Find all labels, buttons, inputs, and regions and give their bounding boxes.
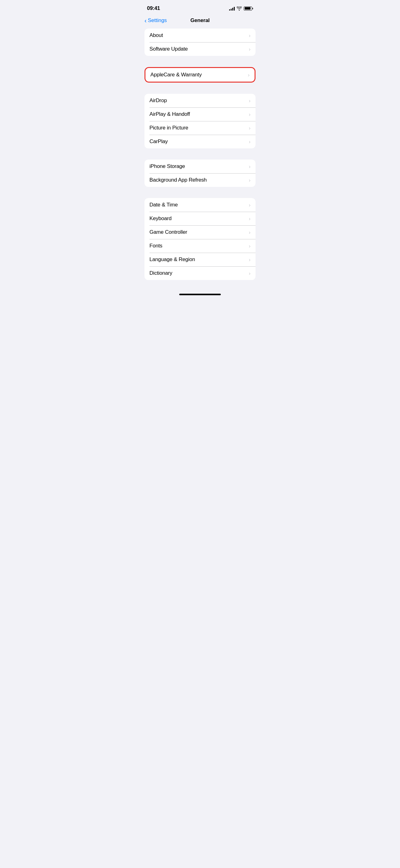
- keyboard-item[interactable]: Keyboard ›: [144, 212, 256, 225]
- home-indicator: [139, 291, 261, 298]
- battery-icon: [244, 6, 253, 10]
- pip-chevron-icon: ›: [249, 125, 251, 131]
- software-update-item[interactable]: Software Update ›: [144, 42, 256, 56]
- keyboard-label: Keyboard: [149, 215, 171, 222]
- game-controller-chevron-icon: ›: [249, 230, 251, 235]
- airplay-chevron-icon: ›: [249, 112, 251, 117]
- wifi-icon: [237, 6, 242, 10]
- background-app-refresh-item[interactable]: Background App Refresh ›: [144, 173, 256, 187]
- language-region-item[interactable]: Language & Region ›: [144, 253, 256, 266]
- keyboard-chevron-icon: ›: [249, 216, 251, 221]
- background-app-refresh-label: Background App Refresh: [149, 177, 207, 183]
- back-button[interactable]: ‹ Settings: [144, 18, 167, 24]
- signal-bar-2: [231, 9, 232, 10]
- about-label: About: [149, 32, 163, 38]
- home-bar: [179, 294, 221, 295]
- iphone-storage-label: iPhone Storage: [149, 163, 185, 169]
- fonts-item[interactable]: Fonts ›: [144, 239, 256, 253]
- carplay-label: CarPlay: [149, 138, 168, 145]
- status-icons: [229, 6, 253, 10]
- back-label: Settings: [148, 18, 167, 24]
- fonts-label: Fonts: [149, 243, 163, 249]
- signal-bars-icon: [229, 6, 235, 10]
- section-3: iPhone Storage › Background App Refresh …: [144, 160, 256, 187]
- carplay-item[interactable]: CarPlay ›: [144, 135, 256, 148]
- language-chevron-icon: ›: [249, 257, 251, 262]
- carplay-chevron-icon: ›: [249, 139, 251, 144]
- about-item[interactable]: About ›: [144, 29, 256, 42]
- section-2: AirDrop › AirPlay & Handoff › Picture in…: [144, 94, 256, 148]
- airdrop-item[interactable]: AirDrop ›: [144, 94, 256, 107]
- date-time-label: Date & Time: [149, 202, 178, 208]
- back-chevron-icon: ‹: [144, 18, 147, 24]
- game-controller-item[interactable]: Game Controller ›: [144, 225, 256, 239]
- picture-in-picture-item[interactable]: Picture in Picture ›: [144, 121, 256, 135]
- storage-chevron-icon: ›: [249, 164, 251, 169]
- software-update-chevron-icon: ›: [249, 46, 251, 52]
- iphone-storage-item[interactable]: iPhone Storage ›: [144, 160, 256, 173]
- language-region-label: Language & Region: [149, 256, 195, 262]
- bar-chevron-icon: ›: [249, 178, 251, 183]
- dictionary-item[interactable]: Dictionary ›: [144, 266, 256, 280]
- airplay-handoff-item[interactable]: AirPlay & Handoff ›: [144, 107, 256, 121]
- applecare-chevron-icon: ›: [248, 72, 249, 78]
- section-1: About › Software Update ›: [144, 29, 256, 56]
- content: About › Software Update › AppleCare & Wa…: [139, 29, 261, 280]
- fonts-chevron-icon: ›: [249, 243, 251, 249]
- airdrop-chevron-icon: ›: [249, 98, 251, 103]
- status-bar: 09:41: [139, 0, 261, 15]
- picture-in-picture-label: Picture in Picture: [149, 125, 188, 131]
- software-update-label: Software Update: [149, 46, 188, 52]
- about-chevron-icon: ›: [249, 33, 251, 38]
- date-time-chevron-icon: ›: [249, 203, 251, 208]
- applecare-label: AppleCare & Warranty: [151, 72, 202, 78]
- airplay-handoff-label: AirPlay & Handoff: [149, 111, 190, 117]
- dictionary-label: Dictionary: [149, 270, 172, 276]
- dictionary-chevron-icon: ›: [249, 271, 251, 276]
- date-time-item[interactable]: Date & Time ›: [144, 198, 256, 212]
- applecare-item[interactable]: AppleCare & Warranty ›: [145, 68, 255, 82]
- signal-bar-1: [229, 9, 230, 10]
- status-time: 09:41: [147, 5, 160, 11]
- nav-header: ‹ Settings General: [139, 15, 261, 29]
- game-controller-label: Game Controller: [149, 229, 187, 235]
- airdrop-label: AirDrop: [149, 97, 167, 104]
- section-4: Date & Time › Keyboard › Game Controller…: [144, 198, 256, 280]
- applecare-section: AppleCare & Warranty ›: [144, 67, 256, 83]
- page-title: General: [190, 18, 210, 24]
- signal-bar-3: [232, 8, 233, 10]
- signal-bar-4: [234, 7, 235, 10]
